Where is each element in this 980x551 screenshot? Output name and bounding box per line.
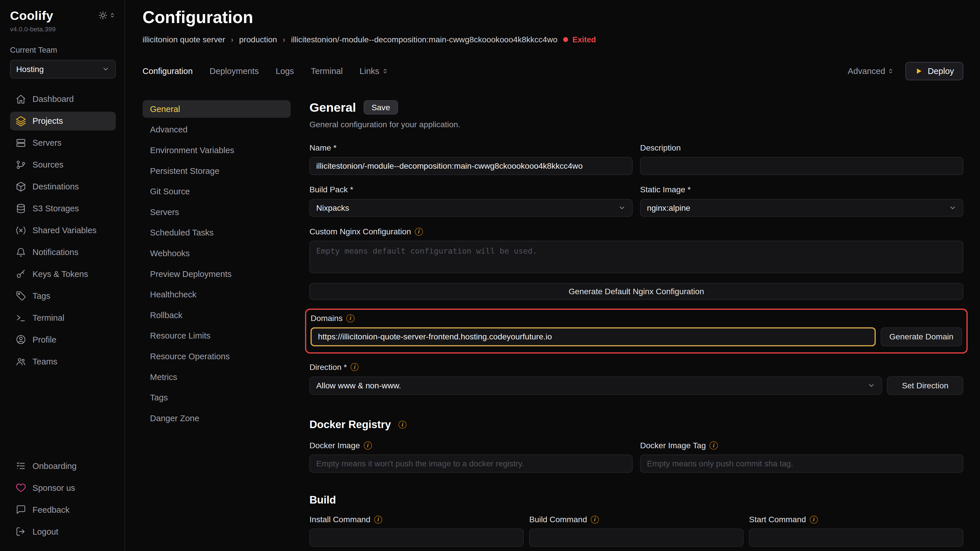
subnav-preview-deployments[interactable]: Preview Deployments (143, 265, 291, 283)
breadcrumb-project[interactable]: illicitonion quote server (143, 35, 225, 44)
tab-links-label: Links (360, 66, 379, 76)
subnav-persistent-storage[interactable]: Persistent Storage (143, 162, 291, 179)
start-command-label: Start Command (749, 515, 806, 524)
breadcrumb-environment[interactable]: production (239, 35, 277, 44)
layers-icon (16, 116, 26, 126)
generate-nginx-button[interactable]: Generate Default Nginx Configuration (309, 283, 963, 300)
sidebar-item-label: Dashboard (33, 94, 74, 104)
description-input[interactable] (640, 157, 963, 175)
build-command-label: Build Command (529, 515, 587, 524)
sidebar-item-label: Shared Variables (33, 225, 97, 235)
theme-toggle-sun-icon[interactable] (98, 11, 108, 20)
sidebar-item-tags[interactable]: Tags (10, 286, 116, 305)
info-icon[interactable]: i (346, 314, 354, 322)
sidebar-item-dashboard[interactable]: Dashboard (10, 90, 116, 108)
subnav-servers[interactable]: Servers (143, 203, 291, 221)
sidebar-item-label: S3 Storages (33, 203, 79, 213)
subnav-git-source[interactable]: Git Source (143, 183, 291, 200)
docker-image-label: Docker Image (309, 441, 360, 450)
generate-domain-button[interactable]: Generate Domain (881, 327, 962, 346)
tab-terminal[interactable]: Terminal (311, 66, 343, 76)
status-text: Exited (573, 35, 596, 44)
sidebar-item-sponsor[interactable]: Sponsor us (10, 478, 116, 497)
app-window: Coolify v4.0.0-beta.399 Current Team Hos… (0, 0, 980, 551)
general-form: General Save General configuration for y… (309, 100, 963, 551)
sidebar-footer: Onboarding Sponsor us Feedback Logout (10, 457, 116, 541)
subnav-webhooks[interactable]: Webhooks (143, 245, 291, 262)
set-direction-button[interactable]: Set Direction (887, 376, 963, 395)
sidebar-item-logout[interactable]: Logout (10, 522, 116, 541)
info-icon[interactable]: i (374, 516, 382, 524)
build-command-input[interactable] (529, 529, 743, 547)
theme-unfold-icon[interactable] (109, 12, 116, 19)
sidebar-item-shared-variables[interactable]: Shared Variables (10, 221, 116, 240)
breadcrumb-application[interactable]: illicitestonion/-module--decomposition:m… (291, 35, 557, 44)
sidebar-item-label: Notifications (33, 247, 79, 257)
chevron-down-icon (618, 204, 626, 211)
docker-image-input[interactable] (309, 454, 633, 473)
subnav-danger-zone[interactable]: Danger Zone (143, 410, 291, 427)
nginx-config-textarea[interactable] (309, 241, 963, 273)
domains-input[interactable] (310, 327, 875, 346)
build-heading: Build (309, 494, 336, 506)
docker-registry-heading: Docker Registry (309, 419, 391, 431)
sidebar-item-notifications[interactable]: Notifications (10, 243, 116, 262)
start-command-input[interactable] (749, 529, 963, 547)
name-input[interactable] (309, 157, 633, 175)
message-icon (16, 504, 26, 515)
docker-image-tag-input[interactable] (640, 454, 963, 473)
subnav-advanced[interactable]: Advanced (143, 121, 291, 138)
description-label: Description (640, 143, 963, 152)
subnav-resource-operations[interactable]: Resource Operations (143, 348, 291, 365)
subnav-healthcheck[interactable]: Healthcheck (143, 286, 291, 303)
advanced-label: Advanced (848, 66, 885, 76)
git-branch-icon (16, 159, 26, 170)
sidebar-item-servers[interactable]: Servers (10, 133, 116, 152)
play-icon (915, 67, 923, 75)
tab-links[interactable]: Links (360, 66, 388, 76)
tab-logs[interactable]: Logs (276, 66, 294, 76)
sidebar-item-destinations[interactable]: Destinations (10, 177, 116, 196)
subnav-general[interactable]: General (143, 100, 291, 118)
direction-select[interactable]: Allow www & non-www. (309, 376, 882, 395)
key-icon (16, 269, 26, 279)
sidebar-item-profile[interactable]: Profile (10, 330, 116, 349)
sidebar-item-projects[interactable]: Projects (10, 112, 116, 130)
deploy-button[interactable]: Deploy (905, 62, 963, 80)
build-pack-select[interactable]: Nixpacks (309, 199, 633, 217)
tab-configuration[interactable]: Configuration (143, 66, 193, 76)
subnav-tags[interactable]: Tags (143, 389, 291, 407)
team-select[interactable]: Hosting (10, 60, 116, 79)
info-icon[interactable]: i (591, 516, 599, 524)
database-icon (16, 203, 26, 214)
save-button[interactable]: Save (364, 100, 398, 114)
sidebar-item-feedback[interactable]: Feedback (10, 500, 116, 519)
bell-icon (16, 247, 26, 258)
info-icon[interactable]: i (351, 363, 359, 371)
advanced-dropdown[interactable]: Advanced (848, 66, 894, 76)
sidebar-item-terminal[interactable]: Terminal (10, 308, 116, 327)
sidebar-item-teams[interactable]: Teams (10, 352, 116, 371)
subnav-scheduled-tasks[interactable]: Scheduled Tasks (143, 224, 291, 241)
subnav-rollback[interactable]: Rollback (143, 306, 291, 324)
sidebar-item-onboarding[interactable]: Onboarding (10, 457, 116, 475)
info-icon[interactable]: i (710, 441, 718, 449)
static-image-select[interactable]: nginx:alpine (640, 199, 963, 217)
tag-icon (16, 291, 26, 301)
install-command-input[interactable] (309, 529, 524, 547)
info-icon[interactable]: i (415, 228, 423, 236)
subnav-metrics[interactable]: Metrics (143, 368, 291, 386)
domains-highlight-box: Domains i Generate Domain (305, 309, 967, 354)
sidebar-item-label: Keys & Tokens (33, 269, 88, 279)
sidebar-item-label: Tags (33, 291, 51, 301)
subnav-environment-variables[interactable]: Environment Variables (143, 141, 291, 159)
tab-deployments[interactable]: Deployments (210, 66, 259, 76)
info-icon[interactable]: i (364, 441, 372, 449)
sidebar-item-sources[interactable]: Sources (10, 156, 116, 174)
info-icon[interactable]: i (398, 421, 406, 429)
subnav-resource-limits[interactable]: Resource Limits (143, 327, 291, 345)
sidebar-item-keys-tokens[interactable]: Keys & Tokens (10, 265, 116, 283)
info-icon[interactable]: i (810, 516, 818, 524)
sidebar-item-s3-storages[interactable]: S3 Storages (10, 199, 116, 218)
sidebar-item-label: Onboarding (33, 461, 76, 471)
